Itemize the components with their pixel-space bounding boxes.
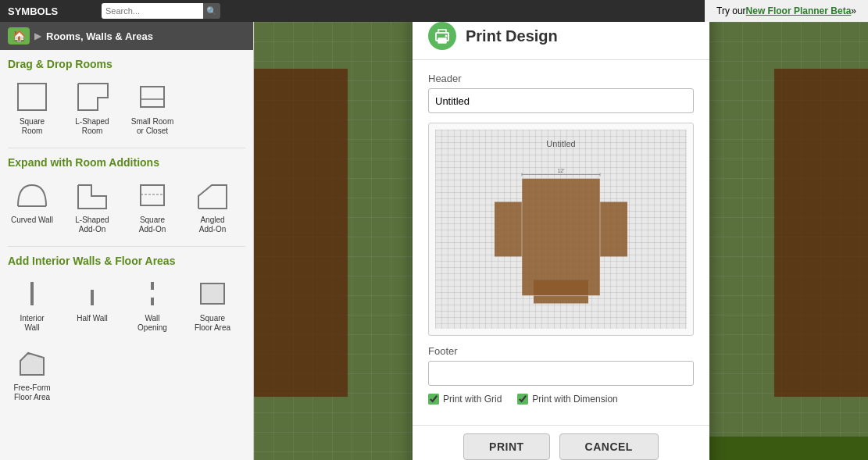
try-text: Try our: [716, 5, 746, 16]
preview-container: Untitled: [428, 123, 694, 336]
header-input[interactable]: [428, 88, 694, 113]
svg-text:12': 12': [557, 167, 564, 173]
print-dimension-label: Print with Dimension: [532, 394, 617, 405]
sidebar-item-l-add[interactable]: L-ShapedAdd-On: [64, 173, 120, 238]
interior-wall-icon: [12, 275, 52, 312]
search-input[interactable]: [102, 3, 203, 19]
preview-canvas: Untitled: [435, 130, 687, 329]
footer-input[interactable]: [428, 361, 694, 386]
sq-add-label: SquareAdd-On: [139, 216, 166, 234]
sidebar: 🏠 ▶ Rooms, Walls & Areas Drag & Drop Roo…: [0, 22, 254, 460]
wall-opening-label: WallOpening: [138, 314, 167, 333]
svg-rect-1: [141, 87, 164, 107]
modal-title: Print Design: [466, 27, 558, 45]
preview-title: Untitled: [435, 136, 687, 150]
l-add-label: L-ShapedAdd-On: [75, 216, 109, 234]
sidebar-item-curved-wall[interactable]: Curved Wall: [4, 173, 60, 238]
sidebar-item-small-room[interactable]: Small Roomor Closet: [124, 74, 180, 140]
l-shaped-room-icon: [72, 78, 113, 116]
modal-overlay: Print Design Header Untitled: [254, 22, 868, 460]
print-grid-checkbox-label[interactable]: Print with Grid: [428, 394, 502, 405]
search-button[interactable]: 🔍: [203, 3, 220, 19]
expand-title: Expand with Room Additions: [0, 148, 253, 173]
canvas-area[interactable]: Print Design Header Untitled: [254, 22, 868, 460]
home-icon[interactable]: 🏠: [8, 27, 30, 45]
print-icon: [428, 22, 456, 50]
main-layout: 🏠 ▶ Rooms, Walls & Areas Drag & Drop Roo…: [0, 22, 868, 460]
rooms-grid: SquareRoom L-ShapedRoom: [0, 74, 253, 148]
svg-rect-15: [522, 178, 600, 295]
interior-title: Add Interior Walls & Floor Areas: [0, 247, 253, 271]
l-shaped-room-label: L-ShapedRoom: [75, 117, 109, 136]
interior-wall-label: InteriorWall: [20, 314, 44, 333]
sidebar-item-interior-wall[interactable]: InteriorWall: [4, 271, 60, 337]
sidebar-item-square-room[interactable]: SquareRoom: [4, 74, 60, 140]
svg-rect-16: [495, 201, 522, 256]
checkbox-row: Print with Grid Print with Dimension: [428, 394, 694, 405]
curved-wall-icon: [12, 177, 52, 214]
try-bar: Try our New Floor Planner Beta »: [705, 0, 868, 22]
print-dimension-checkbox[interactable]: [517, 394, 528, 405]
print-dimension-checkbox-label[interactable]: Print with Dimension: [517, 394, 617, 405]
wall-opening-icon: [132, 275, 173, 312]
app-title: SYMBOLS: [8, 5, 58, 17]
header-label: Header: [428, 73, 694, 84]
additions-grid: Curved Wall L-ShapedAdd-On: [0, 173, 253, 246]
sidebar-item-freeform-floor[interactable]: Free-FormFloor Area: [4, 341, 60, 406]
small-room-label: Small Roomor Closet: [131, 117, 173, 136]
preview-floorplan: 12': [483, 162, 639, 311]
sidebar-item-sq-floor[interactable]: SquareFloor Area: [184, 271, 241, 337]
try-suffix: »: [851, 5, 856, 16]
footer-label: Footer: [428, 345, 694, 357]
sidebar-item-sq-add[interactable]: SquareAdd-On: [124, 173, 180, 238]
l-add-icon: [72, 177, 113, 214]
print-grid-label: Print with Grid: [443, 394, 502, 405]
freeform-floor-icon: [12, 344, 52, 382]
breadcrumb-arrow: ▶: [34, 30, 41, 41]
svg-rect-4: [141, 185, 164, 205]
square-room-label: SquareRoom: [20, 117, 45, 136]
sq-floor-icon: [192, 275, 233, 312]
angled-add-label: AngledAdd-On: [199, 216, 226, 234]
print-button[interactable]: PRINT: [463, 433, 550, 460]
modal-body: Header Untitled: [413, 60, 709, 425]
modal-footer: PRINT CANCEL: [413, 425, 709, 460]
svg-rect-18: [534, 280, 588, 303]
top-bar: SYMBOLS 🔍 Try our New Floor Planner Beta…: [0, 0, 868, 22]
half-wall-icon: [72, 275, 113, 312]
sidebar-item-angled-add[interactable]: AngledAdd-On: [184, 173, 241, 238]
small-room-icon: [132, 78, 173, 116]
svg-rect-0: [18, 84, 46, 110]
curved-wall-label: Curved Wall: [11, 216, 53, 225]
sidebar-item-wall-opening[interactable]: WallOpening: [124, 271, 180, 337]
sidebar-item-l-shaped-room[interactable]: L-ShapedRoom: [64, 74, 120, 140]
sq-floor-label: SquareFloor Area: [195, 314, 230, 333]
sq-add-icon: [132, 177, 173, 214]
modal-header: Print Design: [413, 22, 709, 60]
svg-rect-13: [438, 38, 446, 43]
svg-point-14: [445, 35, 448, 37]
svg-rect-17: [600, 201, 627, 256]
cancel-button[interactable]: CANCEL: [559, 433, 659, 460]
half-wall-label: Half Wall: [77, 314, 108, 323]
drag-drop-title: Drag & Drop Rooms: [0, 50, 253, 74]
sidebar-item-half-wall[interactable]: Half Wall: [64, 271, 120, 337]
print-grid-checkbox[interactable]: [428, 394, 439, 405]
print-dialog: Print Design Header Untitled: [413, 22, 709, 460]
interior-grid: InteriorWall Half Wall: [0, 271, 253, 414]
square-room-icon: [12, 78, 52, 116]
breadcrumb-label: Rooms, Walls & Areas: [46, 30, 153, 42]
svg-rect-10: [201, 283, 224, 304]
search-container: 🔍: [102, 3, 220, 19]
freeform-floor-label: Free-FormFloor Area: [13, 383, 50, 402]
svg-marker-11: [20, 353, 44, 375]
try-link[interactable]: New Floor Planner Beta: [746, 5, 852, 16]
breadcrumb: 🏠 ▶ Rooms, Walls & Areas: [0, 22, 253, 50]
angled-add-icon: [192, 177, 233, 214]
